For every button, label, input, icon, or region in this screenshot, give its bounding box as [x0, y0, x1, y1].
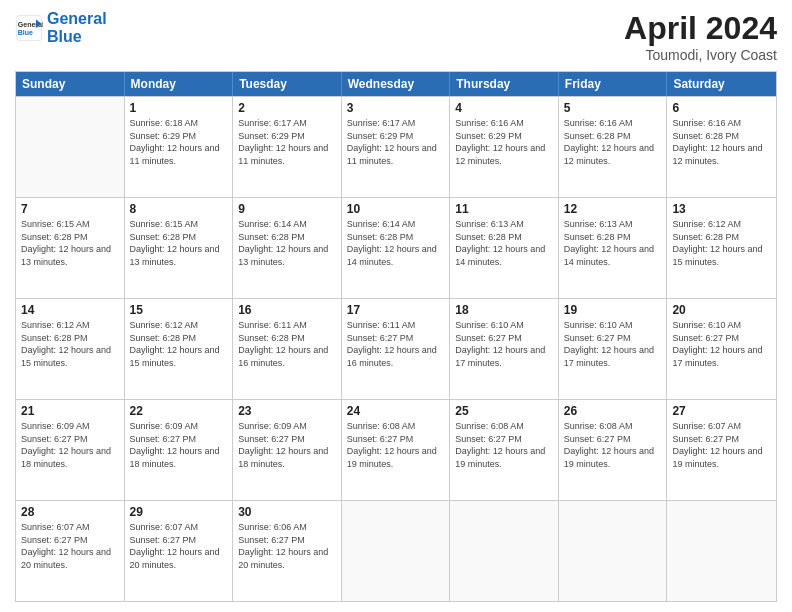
day-info: Sunrise: 6:15 AMSunset: 6:28 PMDaylight:…	[130, 218, 228, 268]
cal-cell-3-5: 26Sunrise: 6:08 AMSunset: 6:27 PMDayligh…	[559, 400, 668, 500]
cal-cell-2-1: 15Sunrise: 6:12 AMSunset: 6:28 PMDayligh…	[125, 299, 234, 399]
cal-cell-3-1: 22Sunrise: 6:09 AMSunset: 6:27 PMDayligh…	[125, 400, 234, 500]
cal-cell-1-6: 13Sunrise: 6:12 AMSunset: 6:28 PMDayligh…	[667, 198, 776, 298]
title-block: April 2024 Toumodi, Ivory Coast	[624, 10, 777, 63]
day-number: 30	[238, 505, 336, 519]
cal-cell-2-2: 16Sunrise: 6:11 AMSunset: 6:28 PMDayligh…	[233, 299, 342, 399]
logo-line2: Blue	[47, 28, 82, 45]
logo-icon: General Blue	[15, 14, 43, 42]
cal-cell-0-2: 2Sunrise: 6:17 AMSunset: 6:29 PMDaylight…	[233, 97, 342, 197]
week-row-2: 14Sunrise: 6:12 AMSunset: 6:28 PMDayligh…	[16, 298, 776, 399]
week-row-0: 1Sunrise: 6:18 AMSunset: 6:29 PMDaylight…	[16, 96, 776, 197]
cal-cell-1-0: 7Sunrise: 6:15 AMSunset: 6:28 PMDaylight…	[16, 198, 125, 298]
day-info: Sunrise: 6:15 AMSunset: 6:28 PMDaylight:…	[21, 218, 119, 268]
day-info: Sunrise: 6:12 AMSunset: 6:28 PMDaylight:…	[21, 319, 119, 369]
day-number: 28	[21, 505, 119, 519]
day-number: 8	[130, 202, 228, 216]
cal-cell-0-4: 4Sunrise: 6:16 AMSunset: 6:29 PMDaylight…	[450, 97, 559, 197]
day-number: 27	[672, 404, 771, 418]
calendar-header: Sunday Monday Tuesday Wednesday Thursday…	[16, 72, 776, 96]
cal-cell-3-6: 27Sunrise: 6:07 AMSunset: 6:27 PMDayligh…	[667, 400, 776, 500]
cal-cell-1-2: 9Sunrise: 6:14 AMSunset: 6:28 PMDaylight…	[233, 198, 342, 298]
day-info: Sunrise: 6:08 AMSunset: 6:27 PMDaylight:…	[455, 420, 553, 470]
day-info: Sunrise: 6:16 AMSunset: 6:28 PMDaylight:…	[672, 117, 771, 167]
day-info: Sunrise: 6:07 AMSunset: 6:27 PMDaylight:…	[672, 420, 771, 470]
cal-cell-4-0: 28Sunrise: 6:07 AMSunset: 6:27 PMDayligh…	[16, 501, 125, 601]
day-number: 20	[672, 303, 771, 317]
day-number: 13	[672, 202, 771, 216]
day-number: 24	[347, 404, 445, 418]
cal-cell-0-6: 6Sunrise: 6:16 AMSunset: 6:28 PMDaylight…	[667, 97, 776, 197]
day-number: 7	[21, 202, 119, 216]
day-info: Sunrise: 6:07 AMSunset: 6:27 PMDaylight:…	[21, 521, 119, 571]
day-number: 18	[455, 303, 553, 317]
day-info: Sunrise: 6:16 AMSunset: 6:28 PMDaylight:…	[564, 117, 662, 167]
day-number: 23	[238, 404, 336, 418]
header-friday: Friday	[559, 72, 668, 96]
logo-text: General Blue	[47, 10, 107, 45]
header-saturday: Saturday	[667, 72, 776, 96]
day-info: Sunrise: 6:12 AMSunset: 6:28 PMDaylight:…	[672, 218, 771, 268]
svg-rect-0	[16, 15, 41, 40]
day-info: Sunrise: 6:09 AMSunset: 6:27 PMDaylight:…	[130, 420, 228, 470]
logo: General Blue General Blue	[15, 10, 107, 45]
header-tuesday: Tuesday	[233, 72, 342, 96]
day-info: Sunrise: 6:17 AMSunset: 6:29 PMDaylight:…	[347, 117, 445, 167]
day-number: 6	[672, 101, 771, 115]
day-number: 22	[130, 404, 228, 418]
cal-cell-2-6: 20Sunrise: 6:10 AMSunset: 6:27 PMDayligh…	[667, 299, 776, 399]
day-number: 3	[347, 101, 445, 115]
week-row-1: 7Sunrise: 6:15 AMSunset: 6:28 PMDaylight…	[16, 197, 776, 298]
day-info: Sunrise: 6:12 AMSunset: 6:28 PMDaylight:…	[130, 319, 228, 369]
cal-cell-4-3	[342, 501, 451, 601]
day-number: 16	[238, 303, 336, 317]
day-info: Sunrise: 6:06 AMSunset: 6:27 PMDaylight:…	[238, 521, 336, 571]
day-info: Sunrise: 6:17 AMSunset: 6:29 PMDaylight:…	[238, 117, 336, 167]
day-number: 2	[238, 101, 336, 115]
day-info: Sunrise: 6:14 AMSunset: 6:28 PMDaylight:…	[238, 218, 336, 268]
day-info: Sunrise: 6:11 AMSunset: 6:28 PMDaylight:…	[238, 319, 336, 369]
day-info: Sunrise: 6:10 AMSunset: 6:27 PMDaylight:…	[455, 319, 553, 369]
cal-cell-3-4: 25Sunrise: 6:08 AMSunset: 6:27 PMDayligh…	[450, 400, 559, 500]
cal-cell-2-3: 17Sunrise: 6:11 AMSunset: 6:27 PMDayligh…	[342, 299, 451, 399]
title-month: April 2024	[624, 10, 777, 47]
cal-cell-2-0: 14Sunrise: 6:12 AMSunset: 6:28 PMDayligh…	[16, 299, 125, 399]
cal-cell-1-3: 10Sunrise: 6:14 AMSunset: 6:28 PMDayligh…	[342, 198, 451, 298]
svg-text:Blue: Blue	[18, 29, 33, 36]
logo-line1: General	[47, 10, 107, 27]
header-sunday: Sunday	[16, 72, 125, 96]
day-info: Sunrise: 6:14 AMSunset: 6:28 PMDaylight:…	[347, 218, 445, 268]
day-info: Sunrise: 6:13 AMSunset: 6:28 PMDaylight:…	[455, 218, 553, 268]
calendar: Sunday Monday Tuesday Wednesday Thursday…	[15, 71, 777, 602]
day-number: 15	[130, 303, 228, 317]
cal-cell-3-2: 23Sunrise: 6:09 AMSunset: 6:27 PMDayligh…	[233, 400, 342, 500]
cal-cell-2-5: 19Sunrise: 6:10 AMSunset: 6:27 PMDayligh…	[559, 299, 668, 399]
day-info: Sunrise: 6:16 AMSunset: 6:29 PMDaylight:…	[455, 117, 553, 167]
day-info: Sunrise: 6:13 AMSunset: 6:28 PMDaylight:…	[564, 218, 662, 268]
day-info: Sunrise: 6:11 AMSunset: 6:27 PMDaylight:…	[347, 319, 445, 369]
cal-cell-4-1: 29Sunrise: 6:07 AMSunset: 6:27 PMDayligh…	[125, 501, 234, 601]
day-info: Sunrise: 6:18 AMSunset: 6:29 PMDaylight:…	[130, 117, 228, 167]
cal-cell-0-3: 3Sunrise: 6:17 AMSunset: 6:29 PMDaylight…	[342, 97, 451, 197]
cal-cell-0-5: 5Sunrise: 6:16 AMSunset: 6:28 PMDaylight…	[559, 97, 668, 197]
cal-cell-4-5	[559, 501, 668, 601]
cal-cell-3-0: 21Sunrise: 6:09 AMSunset: 6:27 PMDayligh…	[16, 400, 125, 500]
cal-cell-4-2: 30Sunrise: 6:06 AMSunset: 6:27 PMDayligh…	[233, 501, 342, 601]
day-number: 11	[455, 202, 553, 216]
page: General Blue General Blue April 2024 Tou…	[0, 0, 792, 612]
day-info: Sunrise: 6:08 AMSunset: 6:27 PMDaylight:…	[564, 420, 662, 470]
cal-cell-1-1: 8Sunrise: 6:15 AMSunset: 6:28 PMDaylight…	[125, 198, 234, 298]
day-number: 14	[21, 303, 119, 317]
header-thursday: Thursday	[450, 72, 559, 96]
week-row-3: 21Sunrise: 6:09 AMSunset: 6:27 PMDayligh…	[16, 399, 776, 500]
cal-cell-4-4	[450, 501, 559, 601]
day-number: 29	[130, 505, 228, 519]
day-number: 9	[238, 202, 336, 216]
day-number: 25	[455, 404, 553, 418]
cal-cell-0-0	[16, 97, 125, 197]
day-info: Sunrise: 6:10 AMSunset: 6:27 PMDaylight:…	[672, 319, 771, 369]
day-number: 1	[130, 101, 228, 115]
day-number: 26	[564, 404, 662, 418]
cal-cell-2-4: 18Sunrise: 6:10 AMSunset: 6:27 PMDayligh…	[450, 299, 559, 399]
cal-cell-1-4: 11Sunrise: 6:13 AMSunset: 6:28 PMDayligh…	[450, 198, 559, 298]
